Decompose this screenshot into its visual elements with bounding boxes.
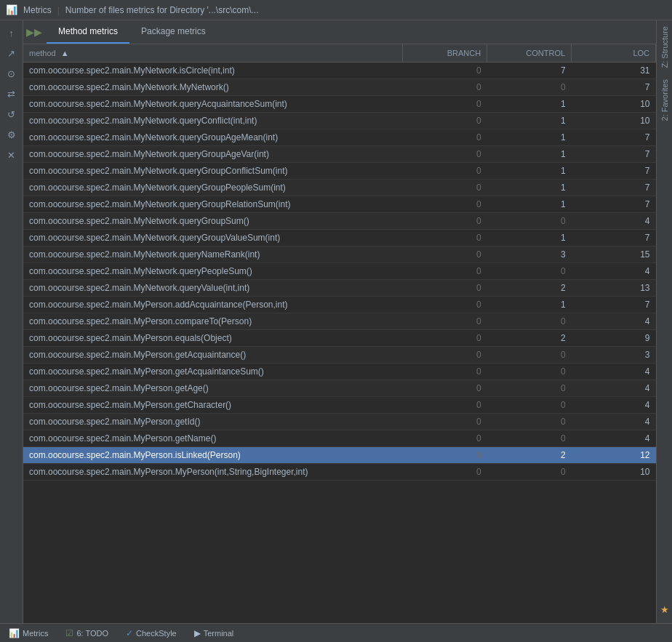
- cell-loc: 7: [572, 79, 656, 96]
- arrow-up-icon[interactable]: ↑: [2, 23, 21, 42]
- cell-loc: 13: [572, 280, 656, 297]
- bottom-tab-todo[interactable]: ☑ 6: TODO: [63, 627, 111, 640]
- table-row[interactable]: com.oocourse.spec2.main.MyNetwork.queryG…: [23, 146, 656, 163]
- camera-icon[interactable]: ⊙: [2, 64, 21, 83]
- cell-branch: 0: [403, 414, 487, 430]
- table-row[interactable]: com.oocourse.spec2.main.MyNetwork.queryA…: [23, 96, 656, 113]
- cell-method: com.oocourse.spec2.main.MyPerson.MyPerso…: [23, 464, 403, 481]
- cell-loc: 4: [572, 380, 656, 397]
- cell-loc: 4: [572, 414, 656, 430]
- table-row[interactable]: com.oocourse.spec2.main.MyPerson.getAcqu…: [23, 347, 656, 364]
- close-icon[interactable]: ✕: [2, 145, 21, 164]
- bottom-tab-terminal[interactable]: ▶ Terminal: [191, 627, 237, 640]
- cell-method: com.oocourse.spec2.main.MyNetwork.queryG…: [23, 146, 403, 163]
- cell-method: com.oocourse.spec2.main.MyNetwork.queryG…: [23, 129, 403, 146]
- table-wrapper[interactable]: method ▲ BRANCH CONTROL LOC com.oocourse…: [23, 44, 656, 623]
- cell-control: 1: [487, 146, 572, 163]
- sidebar-icons: ↑ ↗ ⊙ ⇄ ↺ ⚙ ✕: [0, 20, 23, 623]
- table-row[interactable]: com.oocourse.spec2.main.MyNetwork.MyNetw…: [23, 79, 656, 96]
- table-row[interactable]: com.oocourse.spec2.main.MyPerson.compare…: [23, 313, 656, 330]
- external-link-icon[interactable]: ↗: [2, 44, 21, 63]
- cell-method: com.oocourse.spec2.main.MyPerson.getAcqu…: [23, 347, 403, 364]
- right-tab-favorites[interactable]: 2: Favorites: [657, 73, 672, 127]
- tab-package-metrics[interactable]: Package metrics: [129, 20, 217, 44]
- table-row[interactable]: com.oocourse.spec2.main.MyPerson.addAcqu…: [23, 297, 656, 313]
- metrics-table: method ▲ BRANCH CONTROL LOC com.oocourse…: [23, 44, 656, 481]
- table-row[interactable]: com.oocourse.spec2.main.MyPerson.MyPerso…: [23, 464, 656, 481]
- table-row[interactable]: com.oocourse.spec2.main.MyNetwork.queryG…: [23, 180, 656, 196]
- right-tab-z-structure[interactable]: Z: Structure: [657, 20, 672, 73]
- cell-loc: 31: [572, 63, 656, 79]
- cell-control: 0: [487, 263, 572, 280]
- bottom-tab-checkstyle-label: CheckStyle: [136, 629, 177, 638]
- table-row[interactable]: com.oocourse.spec2.main.MyNetwork.queryG…: [23, 196, 656, 213]
- cell-method: com.oocourse.spec2.main.MyNetwork.isCirc…: [23, 63, 403, 79]
- cell-method: com.oocourse.spec2.main.MyPerson.getName…: [23, 430, 403, 447]
- table-row[interactable]: com.oocourse.spec2.main.MyPerson.getId()…: [23, 414, 656, 430]
- cell-branch: 0: [403, 464, 487, 481]
- cell-branch: 0: [403, 447, 487, 464]
- cell-loc: 12: [572, 447, 656, 464]
- filter-icon[interactable]: ⚙: [2, 125, 21, 144]
- cell-branch: 0: [403, 246, 487, 263]
- col-header-control[interactable]: CONTROL: [487, 44, 572, 63]
- cell-branch: 0: [403, 230, 487, 246]
- cell-loc: 7: [572, 129, 656, 146]
- cell-control: 1: [487, 113, 572, 129]
- undo-icon[interactable]: ↺: [2, 105, 21, 124]
- cell-branch: 0: [403, 146, 487, 163]
- cell-method: com.oocourse.spec2.main.MyPerson.getAcqu…: [23, 364, 403, 380]
- table-row[interactable]: com.oocourse.spec2.main.MyNetwork.isCirc…: [23, 63, 656, 79]
- bottom-tab-metrics[interactable]: 📊 Metrics: [6, 627, 51, 640]
- bottom-tab-checkstyle[interactable]: ✓ CheckStyle: [123, 627, 180, 640]
- table-row[interactable]: com.oocourse.spec2.main.MyNetwork.queryN…: [23, 246, 656, 263]
- col-header-loc[interactable]: LOC: [572, 44, 656, 63]
- cell-method: com.oocourse.spec2.main.MyNetwork.queryG…: [23, 230, 403, 246]
- header-separator: |: [57, 5, 60, 15]
- col-header-method[interactable]: method ▲: [23, 44, 403, 63]
- cell-branch: 0: [403, 313, 487, 330]
- cell-control: 0: [487, 364, 572, 380]
- table-row[interactable]: com.oocourse.spec2.main.MyNetwork.queryG…: [23, 213, 656, 230]
- cell-branch: 0: [403, 297, 487, 313]
- table-row[interactable]: com.oocourse.spec2.main.MyPerson.getAge(…: [23, 380, 656, 397]
- tab-method-metrics[interactable]: Method metrics: [47, 20, 129, 44]
- cell-loc: 4: [572, 430, 656, 447]
- cell-loc: 7: [572, 196, 656, 213]
- cell-method: com.oocourse.spec2.main.MyNetwork.queryP…: [23, 263, 403, 280]
- table-row[interactable]: com.oocourse.spec2.main.MyPerson.isLinke…: [23, 447, 656, 464]
- table-row[interactable]: com.oocourse.spec2.main.MyPerson.getAcqu…: [23, 364, 656, 380]
- col-header-branch[interactable]: BRANCH: [403, 44, 487, 63]
- table-row[interactable]: com.oocourse.spec2.main.MyNetwork.queryG…: [23, 230, 656, 246]
- cell-loc: 7: [572, 297, 656, 313]
- star-icon[interactable]: ★: [655, 600, 673, 619]
- table-row[interactable]: com.oocourse.spec2.main.MyPerson.getChar…: [23, 397, 656, 414]
- cell-method: com.oocourse.spec2.main.MyNetwork.queryA…: [23, 96, 403, 113]
- table-row[interactable]: com.oocourse.spec2.main.MyNetwork.queryP…: [23, 263, 656, 280]
- cell-control: 0: [487, 213, 572, 230]
- bottom-toolbar: 📊 Metrics ☑ 6: TODO ✓ CheckStyle ▶ Termi…: [0, 623, 672, 642]
- cell-control: 2: [487, 447, 572, 464]
- cell-branch: 0: [403, 380, 487, 397]
- cell-control: 0: [487, 79, 572, 96]
- sync-icon[interactable]: ⇄: [2, 84, 21, 103]
- content-area: ▶▶ Method metrics Package metrics method…: [23, 20, 656, 623]
- metrics-header-label: Metrics: [23, 5, 52, 15]
- table-row[interactable]: com.oocourse.spec2.main.MyNetwork.queryG…: [23, 163, 656, 180]
- table-row[interactable]: com.oocourse.spec2.main.MyNetwork.queryC…: [23, 113, 656, 129]
- cell-loc: 10: [572, 113, 656, 129]
- cell-control: 1: [487, 230, 572, 246]
- cell-control: 3: [487, 246, 572, 263]
- table-row[interactable]: com.oocourse.spec2.main.MyPerson.getName…: [23, 430, 656, 447]
- cell-branch: 0: [403, 213, 487, 230]
- cell-control: 1: [487, 129, 572, 146]
- table-row[interactable]: com.oocourse.spec2.main.MyPerson.equals(…: [23, 330, 656, 347]
- cell-loc: 4: [572, 313, 656, 330]
- table-row[interactable]: com.oocourse.spec2.main.MyNetwork.queryV…: [23, 280, 656, 297]
- cell-branch: 0: [403, 63, 487, 79]
- cell-loc: 4: [572, 364, 656, 380]
- table-row[interactable]: com.oocourse.spec2.main.MyNetwork.queryG…: [23, 129, 656, 146]
- run-icon: ▶▶: [26, 26, 42, 38]
- cell-loc: 4: [572, 397, 656, 414]
- cell-method: com.oocourse.spec2.main.MyPerson.getId(): [23, 414, 403, 430]
